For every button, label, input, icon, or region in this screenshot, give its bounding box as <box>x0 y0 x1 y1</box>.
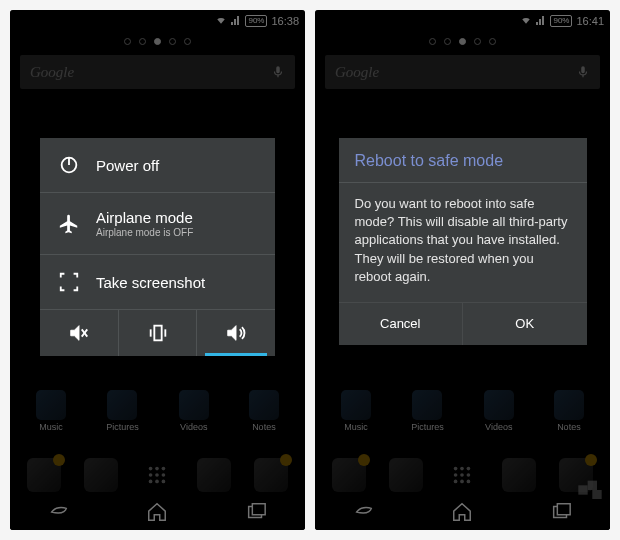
screenshot-item[interactable]: Take screenshot <box>40 255 275 310</box>
sound-on-button[interactable] <box>197 310 275 356</box>
screenshot-icon <box>58 271 80 293</box>
power-off-label: Power off <box>96 157 159 174</box>
screenshot-label: Take screenshot <box>96 274 205 291</box>
airplane-label: Airplane mode Airplane mode is OFF <box>96 209 193 238</box>
silent-button[interactable] <box>40 310 119 356</box>
dialog-body: Do you want to reboot into safe mode? Th… <box>339 183 587 303</box>
power-icon <box>58 154 80 176</box>
airplane-icon <box>58 213 80 235</box>
vibrate-button[interactable] <box>119 310 198 356</box>
phone-right-screenshot: 90% 16:41 Google Music Pictures Videos N… <box>315 10 610 530</box>
airplane-mode-item[interactable]: Airplane mode Airplane mode is OFF <box>40 193 275 255</box>
power-menu-overlay[interactable]: Power off Airplane mode Airplane mode is… <box>10 10 305 530</box>
power-menu: Power off Airplane mode Airplane mode is… <box>40 138 275 356</box>
safe-mode-dialog: Reboot to safe mode Do you want to reboo… <box>339 138 587 345</box>
ok-button[interactable]: OK <box>463 303 587 345</box>
svg-rect-15 <box>154 326 161 341</box>
safe-mode-overlay[interactable]: Reboot to safe mode Do you want to reboo… <box>315 10 610 530</box>
dialog-title: Reboot to safe mode <box>339 138 587 183</box>
dialog-button-row: Cancel OK <box>339 303 587 345</box>
cancel-button[interactable]: Cancel <box>339 303 464 345</box>
power-off-item[interactable]: Power off <box>40 138 275 193</box>
phone-left-screenshot: 90% 16:38 Google Music Pictures Videos N… <box>10 10 305 530</box>
airplane-sublabel: Airplane mode is OFF <box>96 227 193 238</box>
sound-mode-row <box>40 310 275 356</box>
